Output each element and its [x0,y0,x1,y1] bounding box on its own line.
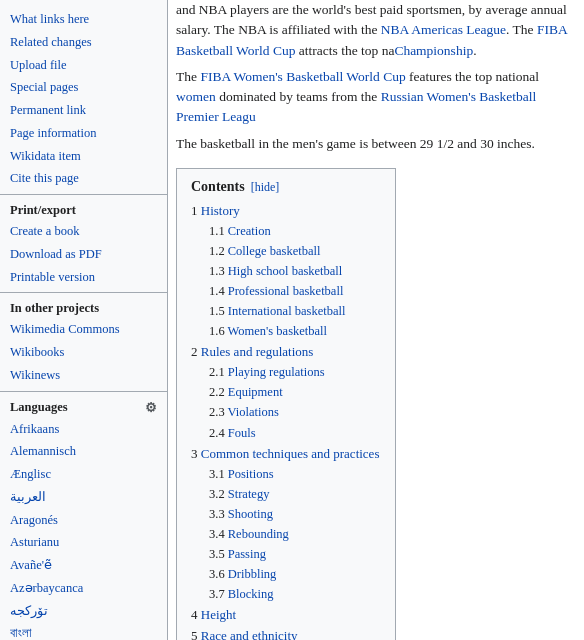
toc-link-shooting[interactable]: Shooting [228,507,273,521]
link-fiba-womens[interactable]: FIBA Women's Basketball World Cup [200,69,405,84]
sidebar-link-wikidata-item[interactable]: Wikidata item [0,145,167,168]
toc-link-professional-basketball[interactable]: Professional basketball [228,284,344,298]
sidebar-link-related-changes[interactable]: Related changes [0,31,167,54]
sidebar-link-create-book[interactable]: Create a book [0,220,167,243]
sidebar-link-upload-file[interactable]: Upload file [0,54,167,77]
toc-link-rules[interactable]: Rules and regulations [201,344,314,359]
sidebar-link-torkce[interactable]: تۆرکجه [0,600,167,623]
sidebar-divider-2 [0,292,167,293]
toc-item-playing-regulations: 2.1 Playing regulations [209,362,381,382]
toc-title: Contents [191,179,245,195]
toc-title-row: Contents [hide] [191,179,381,195]
toc-link-rebounding[interactable]: Rebounding [228,527,289,541]
link-fiba-world-cup[interactable]: FIBA Basketball World Cup [176,22,567,57]
toc-item-international-basketball: 1.5 International basketball [209,301,381,321]
toc-item-creation: 1.1 Creation [209,221,381,241]
toc-link-equipment[interactable]: Equipment [228,385,283,399]
article-paragraph-3: The basketball in the men's game is betw… [176,134,576,154]
toc-sublist-history: 1.1 Creation 1.2 College basketball 1.3 … [191,221,381,342]
sidebar: What links here Related changes Upload f… [0,0,168,640]
toc-item-college-basketball: 1.2 College basketball [209,241,381,261]
toc-item-positions: 3.1 Positions [209,464,381,484]
article-paragraph-2: The FIBA Women's Basketball World Cup fe… [176,67,576,128]
toc-sublist-rules: 2.1 Playing regulations 2.2 Equipment 2.… [191,362,381,443]
toc-list: 1 History 1.1 Creation 1.2 College baske… [191,201,381,640]
sidebar-link-azerbaijani[interactable]: Azərbaycanca [0,577,167,600]
link-russian-league[interactable]: Russian Women's Basketball Premier Leagu [176,89,536,124]
toc-item-rules: 2 Rules and regulations 2.1 Playing regu… [191,342,381,443]
toc-link-positions[interactable]: Positions [228,467,274,481]
sidebar-link-wikimedia-commons[interactable]: Wikimedia Commons [0,318,167,341]
sidebar-divider-1 [0,194,167,195]
sidebar-link-download-pdf[interactable]: Download as PDF [0,243,167,266]
link-women[interactable]: women [176,89,216,104]
toc-item-professional-basketball: 1.4 Professional basketball [209,281,381,301]
sidebar-heading-other-projects: In other projects [0,297,167,318]
toc-item-history: 1 History 1.1 Creation 1.2 College baske… [191,201,381,343]
toc-link-dribbling[interactable]: Dribbling [228,567,277,581]
toc-link-height[interactable]: Height [201,607,236,622]
toc-link-history[interactable]: History [201,203,240,218]
sidebar-link-permanent-link[interactable]: Permanent link [0,99,167,122]
toc-item-blocking: 3.7 Blocking [209,584,381,604]
sidebar-divider-3 [0,391,167,392]
toc-link-strategy[interactable]: Strategy [228,487,270,501]
main-content: and NBA players are the world's best pai… [168,0,584,640]
toc-item-rebounding: 3.4 Rebounding [209,524,381,544]
toc-link-international-basketball[interactable]: International basketball [228,304,346,318]
toc-item-fouls: 2.4 Fouls [209,423,381,443]
toc-item-shooting: 3.3 Shooting [209,504,381,524]
toc-link-techniques[interactable]: Common techniques and practices [201,446,380,461]
sidebar-link-what-links-here[interactable]: What links here [0,8,167,31]
sidebar-link-arabic[interactable]: العربية [0,486,167,509]
toc-link-creation[interactable]: Creation [228,224,271,238]
sidebar-link-wikinews[interactable]: Wikinews [0,364,167,387]
toc-sublist-techniques: 3.1 Positions 3.2 Strategy 3.3 Shooting … [191,464,381,605]
sidebar-link-printable-version[interactable]: Printable version [0,266,167,289]
toc-link-race-ethnicity[interactable]: Race and ethnicity [201,628,298,640]
link-championship[interactable]: Championship [394,43,473,58]
toc-item-equipment: 2.2 Equipment [209,382,381,402]
toc-link-blocking[interactable]: Blocking [228,587,274,601]
toc-item-race-ethnicity: 5 Race and ethnicity [191,626,381,640]
toc-link-high-school-basketball[interactable]: High school basketball [228,264,343,278]
toc-link-violations[interactable]: Violations [228,405,279,419]
sidebar-link-cite-this-page[interactable]: Cite this page [0,167,167,190]
toc-item-dribbling: 3.6 Dribbling [209,564,381,584]
sidebar-link-avanee[interactable]: Avañe'ẽ [0,554,167,577]
article-paragraph-1: and NBA players are the world's best pai… [176,0,576,61]
toc-link-college-basketball[interactable]: College basketball [228,244,321,258]
toc-item-passing: 3.5 Passing [209,544,381,564]
sidebar-link-afrikaans[interactable]: Afrikaans [0,418,167,441]
sidebar-heading-print-export: Print/export [0,199,167,220]
toc-link-playing-regulations[interactable]: Playing regulations [228,365,325,379]
sidebar-heading-languages: Languages ⚙ [0,396,167,418]
sidebar-link-special-pages[interactable]: Special pages [0,76,167,99]
toc-link-passing[interactable]: Passing [228,547,266,561]
toc-item-high-school-basketball: 1.3 High school basketball [209,261,381,281]
sidebar-link-asturianu[interactable]: Asturianu [0,531,167,554]
toc-item-height: 4 Height [191,605,381,626]
sidebar-link-wikibooks[interactable]: Wikibooks [0,341,167,364]
toc-box: Contents [hide] 1 History 1.1 Creation 1… [176,168,396,640]
toc-item-strategy: 3.2 Strategy [209,484,381,504]
toc-item-techniques: 3 Common techniques and practices 3.1 Po… [191,444,381,606]
sidebar-link-alemannisch[interactable]: Alemannisch [0,440,167,463]
sidebar-link-anglisc[interactable]: Ænglisc [0,463,167,486]
toc-link-womens-basketball[interactable]: Women's basketball [228,324,328,338]
link-nba-americas[interactable]: NBA Americas League [381,22,506,37]
toc-item-womens-basketball: 1.6 Women's basketball [209,321,381,341]
gear-icon[interactable]: ⚙ [145,400,157,416]
toc-toggle[interactable]: [hide] [251,180,280,195]
toc-link-fouls[interactable]: Fouls [228,426,256,440]
sidebar-link-page-information[interactable]: Page information [0,122,167,145]
toc-item-violations: 2.3 Violations [209,402,381,422]
sidebar-link-bengali[interactable]: বাংলা [0,622,167,640]
sidebar-link-aragones[interactable]: Aragonés [0,509,167,532]
